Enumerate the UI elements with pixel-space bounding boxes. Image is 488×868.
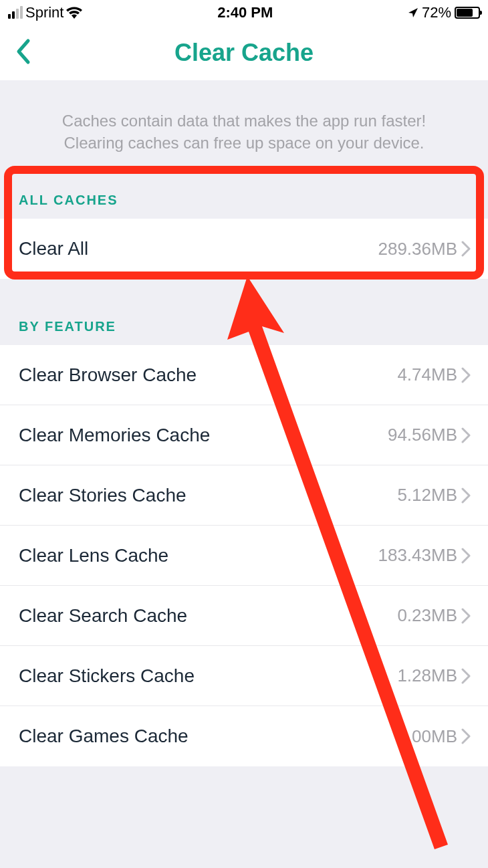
battery-icon <box>455 7 480 19</box>
chevron-right-icon <box>461 728 471 744</box>
clear-stickers-row[interactable]: Clear Stickers Cache 1.28MB <box>0 646 488 706</box>
chevron-right-icon <box>461 367 471 383</box>
row-value: 5.12MB <box>397 485 457 506</box>
row-label: Clear Stickers Cache <box>19 665 397 687</box>
clear-browser-row[interactable]: Clear Browser Cache 4.74MB <box>0 345 488 405</box>
clear-games-row[interactable]: Clear Games Cache 0.00MB <box>0 706 488 766</box>
chevron-right-icon <box>461 608 471 624</box>
row-label: Clear Search Cache <box>19 605 397 627</box>
chevron-left-icon <box>15 38 31 65</box>
all-caches-section: ALL CACHES Clear All 289.36MB <box>0 181 488 279</box>
by-feature-header: BY FEATURE <box>0 307 488 345</box>
row-value: 1.28MB <box>397 665 457 686</box>
wifi-icon <box>66 7 82 19</box>
row-label: Clear Lens Cache <box>19 545 378 566</box>
clear-search-row[interactable]: Clear Search Cache 0.23MB <box>0 586 488 646</box>
description-line2: Clearing caches can free up space on you… <box>20 132 468 154</box>
all-caches-header: ALL CACHES <box>0 181 488 219</box>
carrier-label: Sprint <box>25 4 64 21</box>
clock: 2:40 PM <box>217 4 273 21</box>
row-label: Clear Memories Cache <box>19 425 388 446</box>
chevron-right-icon <box>461 548 471 564</box>
chevron-right-icon <box>461 241 471 257</box>
chevron-right-icon <box>461 487 471 504</box>
clear-memories-row[interactable]: Clear Memories Cache 94.56MB <box>0 405 488 465</box>
battery-percent: 72% <box>422 4 451 21</box>
row-value: 183.43MB <box>378 545 457 566</box>
description-line1: Caches contain data that makes the app r… <box>20 110 468 132</box>
clear-all-label: Clear All <box>19 238 378 259</box>
row-value: 94.56MB <box>388 425 457 445</box>
status-bar: Sprint 2:40 PM 72% <box>0 0 488 25</box>
by-feature-section: BY FEATURE Clear Browser Cache 4.74MB Cl… <box>0 307 488 766</box>
row-label: Clear Games Cache <box>19 726 397 747</box>
page-title: Clear Cache <box>174 39 314 67</box>
feature-list: Clear Browser Cache 4.74MB Clear Memorie… <box>0 345 488 766</box>
row-label: Clear Stories Cache <box>19 485 397 506</box>
clear-all-value: 289.36MB <box>378 239 457 259</box>
clear-stories-row[interactable]: Clear Stories Cache 5.12MB <box>0 465 488 526</box>
location-icon <box>408 7 418 18</box>
row-value: 4.74MB <box>397 364 457 385</box>
clear-all-row[interactable]: Clear All 289.36MB <box>0 219 488 279</box>
nav-header: Clear Cache <box>0 25 488 80</box>
chevron-right-icon <box>461 427 471 443</box>
back-button[interactable] <box>15 38 36 68</box>
clear-lens-row[interactable]: Clear Lens Cache 183.43MB <box>0 526 488 586</box>
cache-description: Caches contain data that makes the app r… <box>0 80 488 181</box>
signal-icon <box>8 7 23 19</box>
row-label: Clear Browser Cache <box>19 364 397 386</box>
status-left: Sprint <box>8 4 82 21</box>
chevron-right-icon <box>461 668 471 684</box>
status-right: 72% <box>408 4 480 21</box>
row-value: 0.23MB <box>397 605 457 626</box>
row-value: 0.00MB <box>397 726 457 747</box>
